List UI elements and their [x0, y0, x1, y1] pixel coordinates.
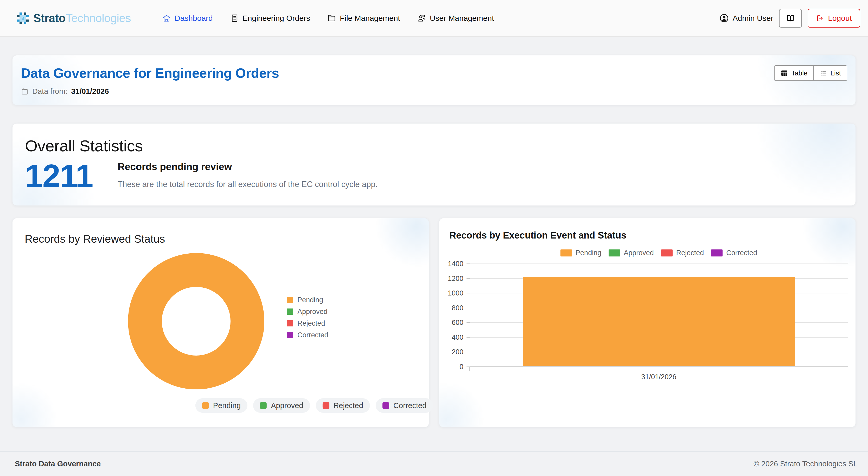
legend-pill-rejected[interactable]: Rejected — [316, 398, 370, 413]
legend-item-approved[interactable]: Approved — [287, 308, 328, 315]
logout-icon — [816, 14, 824, 22]
footer: Strato Data Governance © 2026 Strato Tec… — [0, 451, 868, 476]
y-axis-tick — [467, 337, 470, 338]
nav-item-label: User Management — [430, 14, 494, 23]
bar-chart-plot[interactable]: 020040060080010001200140031/01/2026 — [470, 264, 848, 367]
legend-swatch — [382, 402, 389, 409]
stats-texts: Records pending review These are the tot… — [118, 160, 377, 189]
legend-swatch — [560, 249, 572, 256]
legend-item-corrected[interactable]: Corrected — [287, 331, 328, 339]
legend-swatch — [287, 320, 293, 326]
y-axis-tick — [467, 322, 470, 323]
bar-chart-legend: PendingApprovedRejectedCorrected — [470, 249, 848, 257]
table-view-button[interactable]: Table — [775, 66, 813, 81]
footer-app-name: Strato Data Governance — [15, 459, 101, 468]
x-axis-label: 31/01/2026 — [470, 373, 848, 381]
legend-label: Corrected — [726, 249, 757, 257]
legend-label: Rejected — [676, 249, 704, 257]
y-tick-label: 1200 — [448, 275, 463, 283]
list-view-label: List — [831, 69, 841, 77]
date-value: 31/01/2026 — [71, 87, 109, 96]
page-header-texts: Data Governance for Engineering Orders D… — [21, 65, 279, 95]
date-label: Data from: — [32, 87, 67, 96]
x-axis-tick — [469, 367, 470, 371]
legend-item-rejected[interactable]: Rejected — [287, 320, 328, 327]
nav-item-label: Dashboard — [175, 14, 213, 23]
legend-item-pending[interactable]: Pending — [287, 296, 328, 304]
donut-chart-title: Records by Reviewed Status — [25, 233, 416, 245]
brand-pixel-icon: AI — [17, 12, 29, 24]
legend-swatch — [711, 249, 722, 256]
y-tick-label: 1400 — [448, 260, 463, 268]
navbar: AI StratoTechnologies Dashboard Engineer… — [0, 0, 868, 36]
bar-chart-title: Records by Execution Event and Status — [450, 230, 845, 241]
y-axis-tick — [467, 352, 470, 352]
stats-heading: Overall Statistics — [25, 136, 843, 155]
logout-button[interactable]: Logout — [808, 9, 860, 28]
y-axis-tick — [467, 263, 470, 264]
legend-label: Pending — [298, 296, 323, 304]
legend-item-pending[interactable]: Pending — [560, 249, 601, 257]
legend-swatch — [287, 297, 293, 303]
legend-label: Corrected — [298, 331, 328, 339]
nav-item-engineering-orders[interactable]: Engineering Orders — [230, 14, 310, 23]
page-title: Data Governance for Engineering Orders — [21, 65, 279, 81]
legend-swatch — [661, 249, 673, 256]
brand-logo[interactable]: AI StratoTechnologies — [17, 12, 131, 25]
y-tick-label: 0 — [460, 363, 463, 371]
donut-pill-legend: PendingApprovedRejectedCorrected — [195, 398, 433, 413]
legend-pill-corrected[interactable]: Corrected — [376, 398, 433, 413]
home-icon — [162, 14, 171, 23]
user-name: Admin User — [733, 14, 774, 23]
y-axis-tick — [467, 293, 470, 293]
nav-item-dashboard[interactable]: Dashboard — [162, 14, 213, 23]
stats-title: Records pending review — [118, 161, 377, 172]
brand-name-primary: Strato — [33, 12, 66, 25]
main-content: Data Governance for Engineering Orders D… — [0, 36, 868, 451]
data-date-row: Data from: 31/01/2026 — [21, 87, 279, 96]
calendar-icon — [21, 88, 29, 95]
legend-label: Approved — [271, 401, 303, 410]
nav-item-user-management[interactable]: User Management — [417, 14, 494, 23]
y-axis-tick — [467, 367, 470, 367]
folder-icon — [327, 14, 336, 23]
stacked-bar-31-01-2026[interactable] — [523, 277, 795, 366]
y-axis-tick — [467, 278, 470, 279]
nav-right: Admin User Logout — [719, 9, 860, 28]
legend-item-approved[interactable]: Approved — [609, 249, 654, 257]
nav-item-label: Engineering Orders — [243, 14, 310, 23]
legend-item-rejected[interactable]: Rejected — [661, 249, 704, 257]
table-icon — [780, 69, 788, 77]
y-tick-label: 200 — [452, 348, 463, 356]
legend-item-corrected[interactable]: Corrected — [711, 249, 757, 257]
doughnut-chart[interactable] — [128, 253, 265, 389]
reviewed-status-chart-card: Records by Reviewed Status PendingApprov… — [12, 218, 429, 427]
bar-segment-pending[interactable] — [523, 277, 795, 366]
user-avatar-icon — [719, 13, 729, 23]
users-icon — [417, 14, 426, 23]
legend-label: Approved — [624, 249, 654, 257]
list-view-button[interactable]: List — [813, 66, 847, 81]
legend-label: Rejected — [298, 319, 325, 327]
y-tick-label: 800 — [452, 304, 463, 312]
charts-row: Records by Reviewed Status PendingApprov… — [12, 218, 856, 427]
legend-pill-approved[interactable]: Approved — [253, 398, 310, 413]
doughnut-hole — [162, 287, 230, 356]
page-header-card: Data Governance for Engineering Orders D… — [12, 55, 856, 105]
nav-links: Dashboard Engineering Orders File Manage… — [162, 14, 494, 23]
legend-swatch — [260, 402, 267, 409]
view-toggle-group: Table List — [774, 65, 847, 81]
legend-swatch — [287, 309, 293, 315]
brand-ai-mark: AI — [22, 17, 24, 20]
legend-label: Pending — [213, 401, 241, 410]
stats-row: 1211 Records pending review These are th… — [25, 160, 843, 192]
legend-pill-pending[interactable]: Pending — [195, 398, 247, 413]
nav-item-file-management[interactable]: File Management — [327, 14, 400, 23]
book-icon — [786, 14, 795, 23]
brand-name-secondary: Technologies — [66, 12, 131, 25]
legend-swatch — [202, 402, 209, 409]
docs-button[interactable] — [779, 9, 802, 28]
y-axis-tick — [467, 308, 470, 308]
stats-description: These are the total records for all exec… — [118, 180, 377, 189]
user-menu[interactable]: Admin User — [719, 13, 774, 23]
